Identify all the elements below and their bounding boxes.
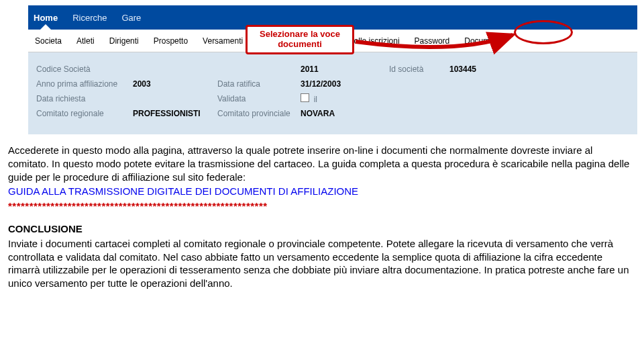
subnav-versamenti[interactable]: Versamenti (203, 36, 243, 46)
value-comitato-provinciale: NOVARA (301, 109, 385, 118)
topnav-home[interactable]: Home (34, 13, 58, 23)
value-data-ratifica: 31/12/2003 (301, 79, 385, 89)
label-data-ratifica: Data ratifica (217, 79, 297, 89)
subnav-documenti[interactable]: Documenti (464, 36, 502, 46)
value-id-societa: 103445 (449, 64, 503, 74)
subnav-password[interactable]: Password (415, 36, 450, 46)
value-anno: 2011 (301, 64, 385, 74)
doc-separator-stars: ****************************************… (8, 200, 635, 213)
label-validata: Validata (217, 94, 297, 103)
society-form: Codice Società 2011 Id società 103445 An… (28, 52, 637, 134)
label-il: il (314, 95, 317, 104)
label-comitato-provinciale: Comitato provinciale (217, 109, 297, 118)
label-id-societa: Id società (389, 64, 445, 74)
subnav-prospetto[interactable]: Prospetto (154, 36, 188, 46)
doc-conclusion-title: CONCLUSIONE (8, 222, 635, 236)
label-codice-societa: Codice Società (36, 64, 129, 74)
doc-paragraph-1: Accederete in questo modo alla pagina, a… (8, 144, 635, 183)
subnav-atleti[interactable]: Atleti (76, 36, 95, 46)
callout-line2: documenti (278, 39, 322, 49)
label-anno-affiliazione: Anno prima affiliazione (36, 79, 129, 89)
label-data-richiesta: Data richiesta (36, 94, 129, 103)
doc-conclusion-body: Inviate i documenti cartacei completi al… (8, 237, 635, 290)
label-comitato-regionale: Comitato regionale (36, 109, 129, 118)
subnav-societa[interactable]: Societa (35, 36, 62, 46)
topnav-ricerche[interactable]: Ricerche (72, 13, 107, 23)
topnav-gare[interactable]: Gare (121, 13, 141, 23)
subnav-dirigenti[interactable]: Dirigenti (109, 36, 139, 46)
checkbox-validata[interactable] (301, 93, 309, 102)
callout-line1: Selezionare la voce (260, 29, 340, 39)
app-screenshot: Home Ricerche Gare Societa Atleti Dirige… (28, 5, 637, 134)
doc-link-guide[interactable]: GUIDA ALLA TRASMISSIONE DIGITALE DEI DOC… (8, 185, 358, 197)
callout-box: Selezionare la voce documenti (246, 25, 354, 54)
checkbox-validata-wrap: il (301, 93, 385, 104)
value-comitato-regionale: PROFESSIONISTI (133, 109, 213, 118)
document-body: Accederete in questo modo alla pagina, a… (8, 144, 635, 290)
value-anno-affiliazione: 2003 (133, 79, 213, 89)
